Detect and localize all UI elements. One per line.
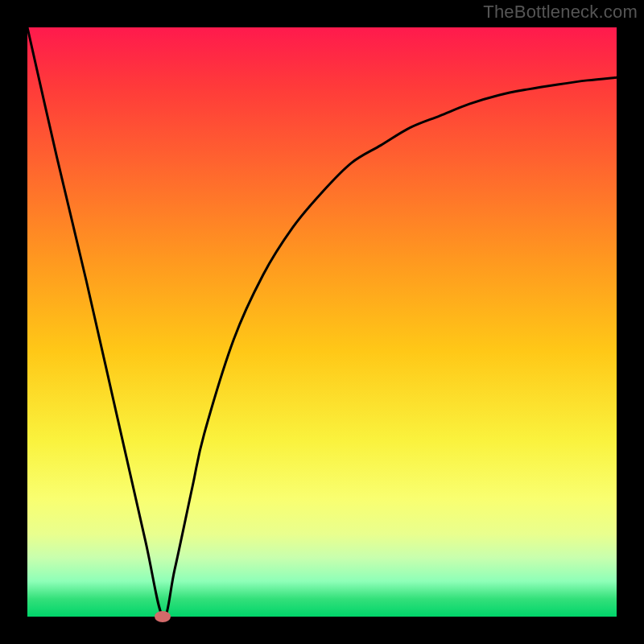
bottleneck-curve-path [27,27,617,617]
minimum-marker [155,611,171,622]
curve-svg [27,27,617,617]
chart-frame: TheBottleneck.com [0,0,644,644]
plot-area [27,27,617,617]
watermark-text: TheBottleneck.com [483,2,638,23]
